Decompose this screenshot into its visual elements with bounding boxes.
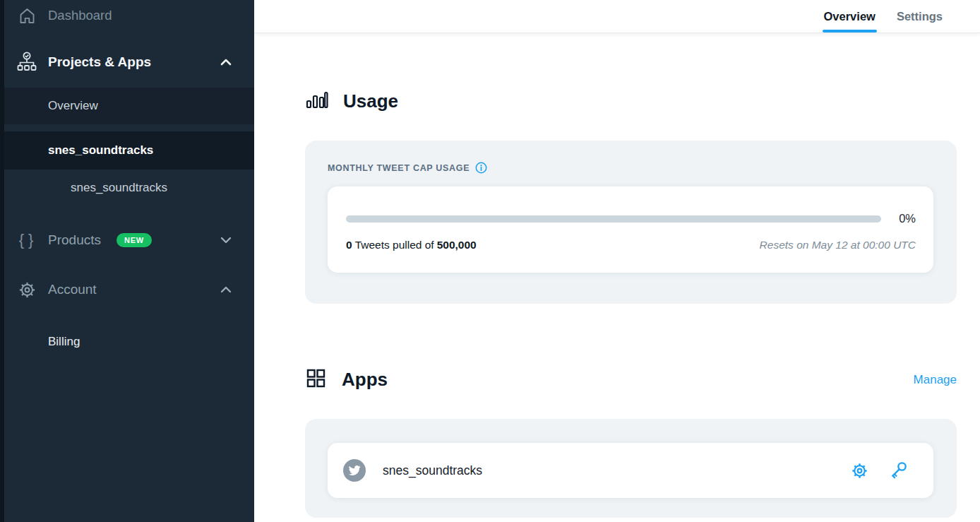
info-icon[interactable] [475, 162, 487, 174]
twitter-avatar-icon [343, 459, 366, 482]
sidebar-item-label: Billing [48, 335, 80, 349]
reset-date-text: Resets on May 12 at 00:00 UTC [760, 239, 916, 251]
app-keys-key-icon[interactable] [888, 461, 908, 480]
sidebar-item-account[interactable]: Account [0, 270, 254, 309]
sidebar-item-label: snes_soundtracks [48, 143, 153, 158]
usage-card: MONTHLY TWEET CAP USAGE 0% 0Tweets pulle… [305, 141, 957, 304]
usage-progress-bar [346, 215, 881, 223]
tweets-pulled-label: Tweets pulled of [355, 239, 434, 251]
tab-settings[interactable]: Settings [895, 0, 944, 32]
sidebar-item-app-snes-soundtracks[interactable]: snes_soundtracks [0, 170, 254, 206]
projects-icon [16, 51, 38, 73]
tab-label: Settings [897, 10, 943, 23]
section-title: Usage [343, 90, 398, 112]
sidebar-item-projects-apps[interactable]: Projects & Apps [0, 42, 254, 82]
main-area: Overview Settings Usage MONTHLY TWEET CA… [254, 0, 980, 522]
sidebar-item-project-snes-soundtracks[interactable]: snes_soundtracks [0, 131, 254, 170]
sidebar-item-dashboard[interactable]: Dashboard [0, 0, 254, 31]
manage-link[interactable]: Manage [914, 373, 957, 387]
tweets-used-value: 0 [346, 239, 352, 251]
chevron-down-icon [217, 232, 234, 249]
tweets-pulled-text: 0Tweets pulled of500,000 [346, 239, 477, 251]
bar-chart-icon [305, 88, 328, 114]
sidebar-item-label: Projects & Apps [48, 54, 151, 70]
apps-card: snes_soundtracks [305, 419, 957, 518]
top-tab-bar: Overview Settings [254, 0, 980, 33]
tab-label: Overview [824, 10, 876, 23]
grid-icon [305, 367, 327, 392]
sidebar-item-label: Products [48, 232, 101, 248]
sidebar-item-label: Dashboard [48, 8, 112, 23]
new-badge: NEW [116, 233, 152, 247]
sidebar-item-billing[interactable]: Billing [0, 324, 254, 360]
sidebar-item-overview[interactable]: Overview [0, 88, 254, 124]
usage-percent: 0% [899, 212, 916, 225]
app-name: snes_soundtracks [383, 463, 482, 478]
usage-section-header: Usage [305, 88, 957, 114]
braces-icon: { } [16, 231, 38, 249]
tweet-cap-value: 500,000 [437, 239, 477, 251]
sidebar: Dashboard Projects & Apps Overview snes_… [0, 0, 254, 522]
section-title: Apps [342, 369, 388, 391]
sidebar-item-label: snes_soundtracks [71, 181, 167, 195]
sidebar-item-label: Overview [48, 99, 98, 113]
chevron-up-icon [217, 54, 234, 71]
apps-section-header: Apps Manage [305, 367, 957, 392]
tab-overview[interactable]: Overview [823, 0, 877, 32]
app-row: snes_soundtracks [328, 443, 933, 498]
content: Usage MONTHLY TWEET CAP USAGE 0% [254, 33, 980, 518]
sidebar-item-products[interactable]: { } Products NEW [0, 220, 254, 260]
chevron-up-icon [217, 281, 234, 298]
home-icon [16, 6, 38, 25]
gear-icon [16, 280, 38, 299]
sidebar-item-label: Account [48, 282, 97, 297]
usage-card-label: MONTHLY TWEET CAP USAGE [328, 163, 470, 173]
app-settings-gear-icon[interactable] [850, 461, 869, 480]
tweet-cap-panel: 0% 0Tweets pulled of500,000 Resets on Ma… [328, 186, 933, 273]
